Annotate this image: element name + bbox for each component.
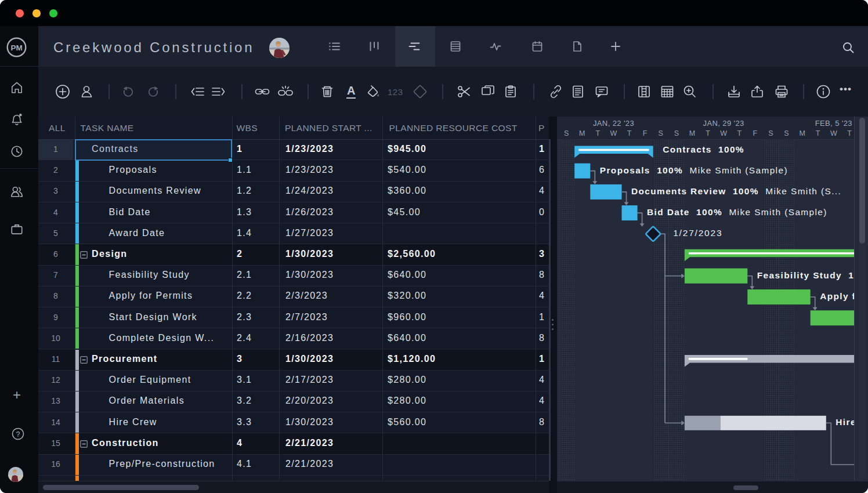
svg-text:?: ? <box>16 430 20 438</box>
svg-text:PM: PM <box>10 43 22 52</box>
